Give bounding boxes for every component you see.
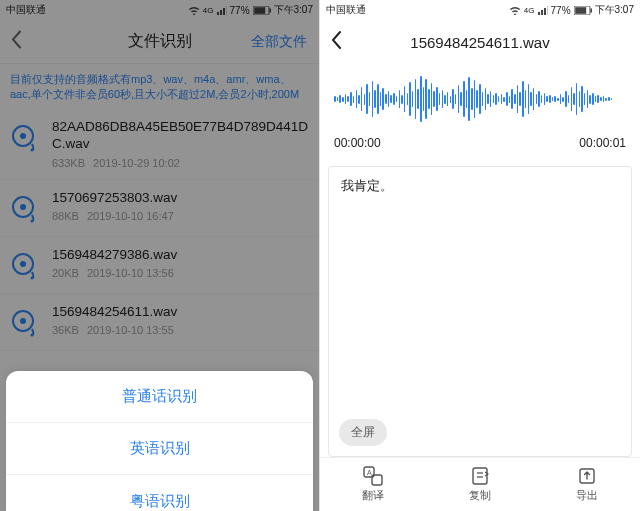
transcript-panel: 我肯定。 全屏 — [328, 166, 632, 457]
status-bar: 中国联通 4G 77% 下午3:07 — [320, 0, 640, 20]
copy-icon — [471, 466, 489, 486]
battery-icon — [574, 6, 592, 15]
battery-pct: 77% — [551, 5, 571, 16]
back-icon[interactable] — [330, 30, 342, 54]
svg-rect-19 — [538, 12, 540, 15]
translate-label: 翻译 — [362, 488, 384, 503]
header: 1569484254611.wav — [320, 20, 640, 64]
screen-file-list: 中国联通 4G 77% 下午3:07 文件识别 — [0, 0, 320, 511]
carrier-label: 中国联通 — [326, 3, 366, 17]
option-mandarin[interactable]: 普通话识别 — [6, 371, 313, 423]
network-indicator: 4G — [524, 6, 535, 15]
svg-rect-21 — [544, 8, 546, 15]
file-title: 1569484254611.wav — [410, 34, 549, 51]
svg-rect-25 — [590, 8, 592, 12]
transcript-text: 我肯定。 — [341, 177, 619, 195]
bottom-toolbar: A 翻译 复制 导出 — [320, 457, 640, 511]
signal-icon — [538, 6, 548, 15]
playback-times: 00:00:00 00:00:01 — [320, 130, 640, 160]
svg-rect-24 — [575, 7, 586, 14]
svg-rect-20 — [541, 10, 543, 15]
export-button[interactable]: 导出 — [533, 458, 640, 511]
option-english[interactable]: 英语识别 — [6, 423, 313, 475]
translate-button[interactable]: A 翻译 — [320, 458, 427, 511]
svg-rect-22 — [547, 6, 548, 15]
language-action-sheet: 普通话识别 英语识别 粤语识别 — [6, 371, 313, 511]
time-current: 00:00:00 — [334, 136, 381, 150]
screen-transcript: 中国联通 4G 77% 下午3:07 1569484254611.wav 00:… — [320, 0, 640, 511]
export-label: 导出 — [576, 488, 598, 503]
clock: 下午3:07 — [595, 3, 634, 17]
option-cantonese[interactable]: 粤语识别 — [6, 475, 313, 511]
wifi-icon — [509, 5, 521, 15]
copy-button[interactable]: 复制 — [427, 458, 534, 511]
copy-label: 复制 — [469, 488, 491, 503]
translate-icon: A — [363, 466, 383, 486]
svg-text:A: A — [367, 469, 372, 476]
fullscreen-button[interactable]: 全屏 — [339, 419, 387, 446]
svg-rect-29 — [473, 468, 487, 484]
waveform[interactable] — [320, 64, 640, 130]
time-total: 00:00:01 — [579, 136, 626, 150]
export-icon — [578, 466, 596, 486]
